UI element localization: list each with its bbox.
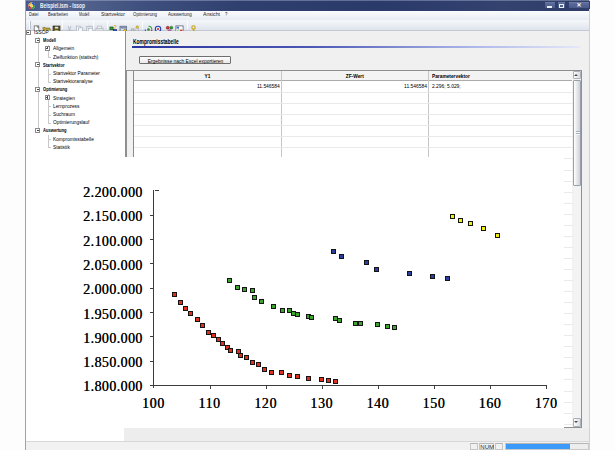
window-title: Beispiel.ism - Issop xyxy=(40,2,85,9)
series-red-point xyxy=(238,353,243,358)
table-row-line xyxy=(134,92,573,93)
column-header-y1[interactable]: Y1 xyxy=(149,73,266,79)
menu-auswertung[interactable]: Auswertung xyxy=(168,11,192,18)
tree-item-strategien[interactable]: Strategien xyxy=(53,95,75,102)
status-cell-empty xyxy=(470,443,478,450)
tree-expand-box-collapsed[interactable] xyxy=(45,95,50,100)
series-green-point xyxy=(358,321,363,326)
series-blue-point xyxy=(407,271,412,276)
tree-item-modell[interactable]: Modell xyxy=(43,37,56,44)
scroll-down-button[interactable] xyxy=(573,418,581,427)
y-tick xyxy=(150,336,154,337)
y-tick-label: 1.900.000 xyxy=(83,332,143,346)
series-blue-point xyxy=(445,276,450,281)
tree-item-kompromisstabelle[interactable]: Kompromisstabelle xyxy=(53,136,94,143)
tree-item-allgemein[interactable]: Allgemein xyxy=(53,45,74,52)
help-icon[interactable] xyxy=(189,20,198,29)
toolbar-grip xyxy=(29,21,31,29)
menu-datei[interactable]: Datei xyxy=(29,11,38,18)
tree-item-optimierung[interactable]: Optimierung xyxy=(43,86,67,93)
y-tick xyxy=(150,361,154,362)
series-blue-point xyxy=(339,254,344,259)
paste-icon[interactable] xyxy=(85,20,94,29)
app-window: Beispiel.ism - Issop ✕ DateiBearbeitenMo… xyxy=(25,0,590,450)
series-green-point xyxy=(252,295,257,300)
series-red-point xyxy=(188,311,193,316)
tree-item-zielfunktion-statisch-[interactable]: Zielfunktion (statisch) xyxy=(53,54,98,61)
up-arrow-icon xyxy=(574,74,578,76)
save-icon[interactable] xyxy=(52,20,61,29)
optimize-search-icon[interactable] xyxy=(154,20,163,29)
y-tick-label: 2.200.000 xyxy=(83,186,143,200)
minimize-button[interactable] xyxy=(544,1,556,9)
tree-item-issop[interactable]: ISSOP xyxy=(34,29,49,36)
series-red-point xyxy=(172,292,177,297)
tree-connector-line xyxy=(48,69,49,81)
status-bar: NUM xyxy=(26,441,589,450)
tree-expand-box-expanded[interactable] xyxy=(35,128,40,133)
series-green-point xyxy=(280,308,285,313)
series-green-point xyxy=(337,318,342,323)
tree-expand-box-expanded[interactable] xyxy=(35,62,40,67)
column-header-zfwert[interactable]: ZF-Wert xyxy=(296,73,414,79)
menu-bar: DateiBearbeitenModellStartvektorOptimier… xyxy=(26,11,589,20)
tree-connector-line xyxy=(48,139,52,140)
y-axis-end-tick xyxy=(155,190,159,191)
tree-expand-box-collapsed[interactable] xyxy=(45,46,50,51)
copy-icon[interactable] xyxy=(75,20,84,29)
x-tick xyxy=(490,386,491,389)
pane-heading: Kompromisstabelle xyxy=(133,38,179,45)
model-functions-icon[interactable]: βΩ xyxy=(130,20,139,29)
tree-item-startvektor-parameter[interactable]: Startvektor Parameter xyxy=(53,70,100,77)
series-red-point xyxy=(326,378,331,383)
series-yellow-point xyxy=(468,221,473,226)
print-icon[interactable] xyxy=(95,20,104,29)
cut-icon[interactable] xyxy=(65,20,74,29)
menu-bearbeiten[interactable]: Bearbeiten xyxy=(48,11,68,18)
tree-connector-line xyxy=(48,115,52,116)
table-row-line xyxy=(134,125,573,126)
menu-modell[interactable]: Modell xyxy=(79,11,89,18)
tree-item-auswertung[interactable]: Auswertung xyxy=(43,127,67,134)
series-blue-point xyxy=(430,274,435,279)
tree-item-lernprozess[interactable]: Lernprozess xyxy=(53,103,79,110)
menu-help[interactable]: ? xyxy=(225,11,227,18)
optimize-run-icon[interactable] xyxy=(144,20,153,29)
series-green-point xyxy=(295,312,300,317)
down-arrow-icon xyxy=(574,421,578,423)
tree-expand-box-expanded[interactable] xyxy=(35,87,40,92)
tree-connector-line xyxy=(38,37,39,131)
maximize-button[interactable] xyxy=(557,1,567,9)
open-icon[interactable] xyxy=(42,20,51,29)
menu-startvektor[interactable]: Startvektor xyxy=(101,11,125,18)
scrollbar-thumb[interactable] xyxy=(573,80,581,186)
y-tick xyxy=(150,215,154,216)
scroll-up-button[interactable] xyxy=(573,71,581,80)
y-tick xyxy=(150,312,154,313)
result-chart-icon[interactable] xyxy=(175,20,184,29)
new-icon[interactable] xyxy=(32,20,41,29)
tree-expand-box-expanded[interactable] xyxy=(35,38,40,43)
model-blocks-icon[interactable]: ? xyxy=(109,20,118,29)
tree-item-statistik[interactable]: Statistik xyxy=(53,144,70,151)
export-excel-button[interactable]: Ergebnisse nach Excel exportieren xyxy=(139,56,231,65)
thumb-grip xyxy=(576,131,580,135)
close-button[interactable]: ✕ xyxy=(568,1,591,9)
tree-item-startvektor[interactable]: Startvektor xyxy=(43,62,65,69)
tree-item-startvektoranalyse[interactable]: Startvektoranalyse xyxy=(53,78,93,85)
series-green-point xyxy=(375,322,380,327)
tree-connector-line xyxy=(48,82,52,83)
table-header-row: Y1ZF-WertParametervektor xyxy=(134,71,573,82)
series-red-point xyxy=(287,373,292,378)
tree-item-optimierungslauf[interactable]: Optimierungslauf xyxy=(53,119,89,126)
menu-optimierung[interactable]: Optimierung xyxy=(133,11,157,18)
tree-expand-box-expanded[interactable] xyxy=(26,30,31,35)
x-tick-label: 100 xyxy=(133,397,173,411)
column-header-parametervektor[interactable]: Parametervektor xyxy=(432,73,470,79)
menu-ansicht[interactable]: Ansicht xyxy=(203,11,220,18)
table-vertical-scrollbar[interactable] xyxy=(572,71,581,428)
tree-item-suchraum[interactable]: Suchraum xyxy=(53,111,75,118)
x-tick xyxy=(378,386,379,389)
optimize-strategy-icon[interactable] xyxy=(165,20,174,29)
model-form-icon[interactable] xyxy=(119,20,128,29)
